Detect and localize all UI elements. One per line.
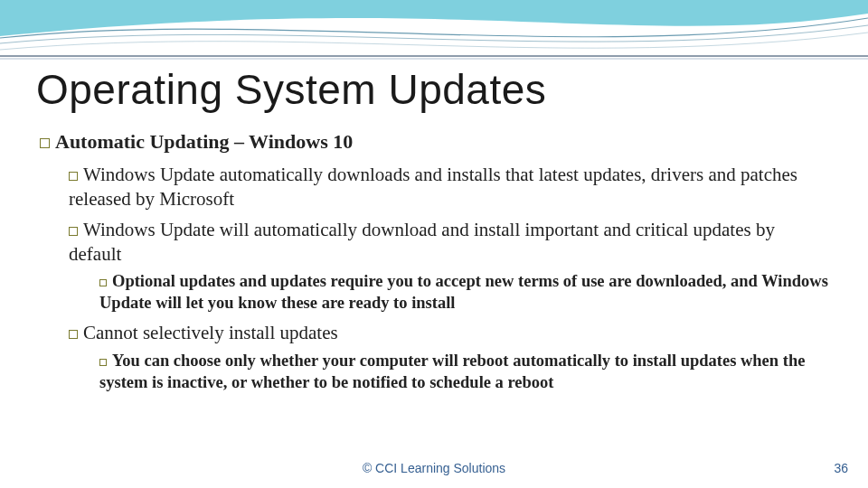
footer-copyright: © CCI Learning Solutions [0,461,868,475]
bullet-text: Automatic Updating – Windows 10 [55,130,353,153]
square-bullet-icon [99,359,107,366]
square-bullet-icon [69,227,78,236]
slide-title: Operating System Updates [36,65,832,114]
square-bullet-icon [99,279,107,286]
bullet-level2: Cannot selectively install updates [69,321,832,345]
bullet-text: Optional updates and updates require you… [99,272,828,312]
bullet-level2: Windows Update automatically downloads a… [69,163,832,212]
bullet-text: Windows Update automatically downloads a… [69,164,797,210]
square-bullet-icon [40,138,50,148]
bullet-text: You can choose only whether your compute… [99,352,805,391]
page-number: 36 [834,461,848,475]
bullet-level3: You can choose only whether your compute… [99,350,832,393]
slide-content: Operating System Updates Automatic Updat… [0,0,868,393]
bullet-text: Cannot selectively install updates [83,322,338,343]
bullet-level1: Automatic Updating – Windows 10 [40,130,832,154]
square-bullet-icon [69,330,78,339]
square-bullet-icon [69,172,78,181]
bullet-text: Windows Update will automatically downlo… [69,219,775,265]
bullet-level2: Windows Update will automatically downlo… [69,218,832,267]
bullet-level3: Optional updates and updates require you… [99,270,832,314]
